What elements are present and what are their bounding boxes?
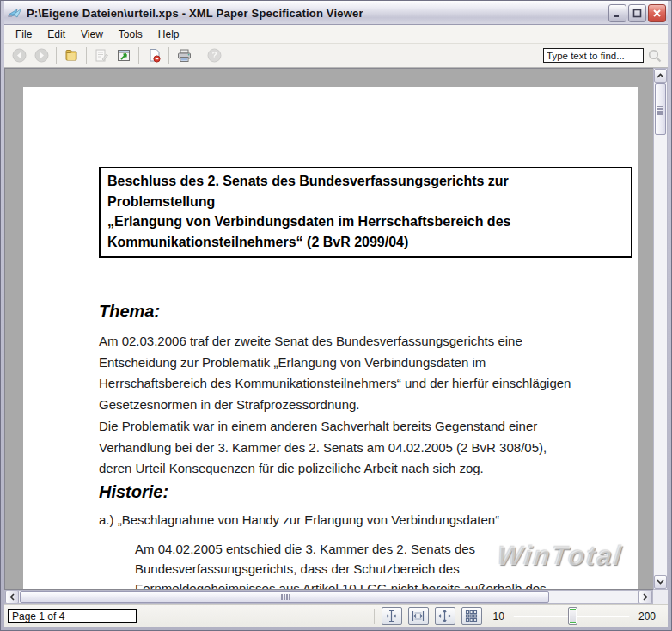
menu-tools[interactable]: Tools — [111, 26, 150, 43]
toolbar-separator — [168, 47, 169, 64]
heading-line: „Erlangung von Verbindungsdaten im Herrs… — [107, 211, 624, 232]
menu-file[interactable]: File — [8, 26, 40, 43]
fit-whole-page-button[interactable] — [435, 607, 455, 625]
fit-page-button[interactable] — [382, 607, 402, 625]
zoom-controls: 10 200 — [374, 607, 661, 625]
text-line: deren Urteil Konsequenzen für die polize… — [99, 458, 547, 480]
signatures-button[interactable] — [143, 46, 165, 66]
text-line: Bundesverfassungsgerichts, dass der Schu… — [135, 559, 547, 579]
toolbar-separator — [199, 47, 199, 64]
scroll-up-button[interactable] — [654, 69, 667, 83]
horizontal-scroll-thumb[interactable] — [20, 591, 549, 603]
back-button[interactable] — [8, 46, 30, 66]
zoom-slider-thumb[interactable] — [568, 607, 577, 625]
vertical-scrollbar[interactable] — [653, 68, 668, 590]
thumb-grip — [657, 108, 663, 110]
document-heading-box: Beschluss des 2. Senats des Bundesverfas… — [99, 167, 632, 258]
fit-page-icon — [385, 610, 398, 622]
thumb-grip — [284, 594, 285, 600]
page-number-box[interactable]: Page 1 of 4 — [8, 609, 137, 623]
document-pencil-icon — [95, 48, 109, 63]
vertical-scroll-track[interactable] — [654, 136, 667, 575]
content-area: Beschluss des 2. Senats des Bundesverfas… — [4, 68, 668, 590]
text-line: Die Problematik war in einem anderen Sac… — [99, 416, 547, 438]
chevron-right-icon — [643, 593, 648, 601]
xps-viewer-icon — [8, 7, 23, 20]
menu-bar: File Edit View Tools Help — [4, 25, 668, 44]
toolbar-separator — [56, 47, 57, 64]
forward-button[interactable] — [30, 46, 52, 66]
document-red-badge-icon — [147, 48, 162, 63]
menu-help[interactable]: Help — [150, 26, 187, 43]
window-green-arrow-icon — [117, 48, 131, 63]
horizontal-scrollbar-row — [4, 590, 668, 604]
heading-line: Problemstellung — [107, 192, 624, 212]
zoom-max-label: 200 — [638, 610, 656, 622]
text-line: Entscheidung zur Problematik „Erlangung … — [99, 352, 571, 374]
window-title: P:\Eigene Dateien\urteil.xps - XML Paper… — [27, 7, 607, 20]
fit-width-button[interactable] — [408, 607, 429, 625]
minimize-button[interactable] — [608, 4, 626, 22]
heading-line: Kommunikationsteilnehmers“ (2 BvR 2099/0… — [107, 232, 624, 253]
thema-heading: Thema: — [99, 302, 160, 322]
chevron-up-icon — [657, 73, 664, 78]
back-arrow-icon — [12, 48, 27, 63]
text-line: Am 04.02.2005 entschied die 3. Kammer de… — [135, 539, 547, 559]
zoom-min-label: 10 — [493, 610, 504, 622]
scrollbar-corner — [653, 590, 668, 604]
thumbnails-button[interactable] — [461, 607, 482, 625]
scroll-right-button[interactable] — [638, 591, 652, 603]
text-line: Fernmeldegeheimnisses aus Artikel 10 I G… — [135, 579, 547, 590]
document-page: Beschluss des 2. Senats des Bundesverfas… — [23, 87, 638, 590]
statusbar-separator — [374, 609, 375, 624]
thema-paragraph-1: Am 02.03.2006 traf der zweite Senat des … — [99, 331, 571, 415]
toolbar-separator — [138, 47, 139, 64]
vertical-scroll-thumb[interactable] — [655, 83, 666, 135]
horizontal-scrollbar[interactable] — [4, 590, 653, 604]
magnifier-icon[interactable] — [647, 48, 663, 64]
zoom-slider[interactable] — [513, 607, 630, 625]
horizontal-scroll-track[interactable] — [550, 591, 638, 603]
app-window: P:\Eigene Dateien\urteil.xps - XML Paper… — [0, 0, 672, 631]
historie-indented-paragraph: Am 04.02.2005 entschied die 3. Kammer de… — [135, 539, 547, 590]
historie-item-a: a.) „Beschlagnahme von Handy zur Erlangu… — [99, 510, 499, 530]
fit-width-icon — [412, 610, 425, 622]
text-line: Am 02.03.2006 traf der zweite Senat des … — [99, 331, 571, 352]
thumbnails-grid-icon — [465, 610, 478, 622]
document-viewport[interactable]: Beschluss des 2. Senats des Bundesverfas… — [4, 68, 653, 590]
toolbar-separator — [86, 47, 87, 64]
print-button[interactable] — [173, 46, 195, 66]
chevron-left-icon — [9, 593, 15, 601]
heading-line: Beschluss des 2. Senats des Bundesverfas… — [107, 171, 624, 192]
menu-view[interactable]: View — [73, 26, 111, 43]
text-line: Herrschaftsbereich des Kommunikationstei… — [99, 373, 571, 395]
help-icon: ? — [207, 48, 222, 63]
fit-whole-page-icon — [438, 610, 451, 622]
thema-paragraph-2: Die Problematik war in einem anderen Sac… — [99, 416, 547, 480]
close-button[interactable] — [648, 4, 666, 22]
printer-icon — [177, 48, 192, 63]
open-file-button[interactable] — [60, 46, 82, 66]
toolbar: ? — [4, 44, 668, 68]
historie-heading: Historie: — [99, 482, 168, 502]
text-line: Gesetzesnormen in der Strafprozessordnun… — [99, 395, 571, 416]
title-bar: P:\Eigene Dateien\urteil.xps - XML Paper… — [4, 1, 668, 25]
svg-text:?: ? — [211, 51, 217, 60]
find-text-input[interactable] — [543, 48, 644, 63]
open-in-new-window-button[interactable] — [113, 46, 135, 66]
open-folder-icon — [64, 48, 79, 63]
status-bar: Page 1 of 4 — [4, 604, 668, 627]
text-line: Verhandlung bei der 3. Kammer des 2. Sen… — [99, 438, 547, 459]
scroll-down-button[interactable] — [654, 575, 667, 589]
find-area — [543, 48, 664, 64]
annotate-button[interactable] — [90, 46, 113, 66]
scroll-left-button[interactable] — [5, 591, 19, 603]
chevron-down-icon — [657, 579, 664, 585]
maximize-button[interactable] — [628, 4, 646, 22]
menu-edit[interactable]: Edit — [40, 26, 73, 43]
page-number-label: Page 1 of 4 — [12, 610, 64, 622]
help-button[interactable]: ? — [203, 46, 225, 66]
forward-arrow-icon — [34, 48, 49, 63]
